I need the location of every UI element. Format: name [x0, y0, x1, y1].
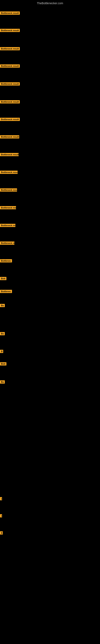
bottleneck-badge: Bottlenec	[0, 290, 12, 293]
bottleneck-badge: Bo	[0, 332, 5, 335]
bottleneck-badge: Bottleneck result	[0, 82, 20, 86]
bottleneck-badge: B	[0, 350, 3, 353]
bottleneck-badge: Bottleneck result	[0, 64, 20, 68]
bottleneck-badge: Bottleneck resu	[0, 188, 17, 192]
site-title: TheBottlenecker.com	[0, 0, 100, 6]
bottleneck-badge: Bo	[0, 304, 5, 307]
bottleneck-badge: Bottleneck result	[0, 12, 20, 15]
bottleneck-badge: Bott	[0, 277, 6, 280]
bottleneck-badge: Bottleneck res	[0, 224, 15, 227]
bottleneck-badge: Bottlenec	[0, 259, 12, 262]
bottleneck-badge: Bottleneck resu	[0, 171, 18, 174]
bottleneck-badge: Bottleneck result	[0, 153, 19, 156]
bottleneck-badge: Bottleneck result	[0, 29, 20, 32]
bottleneck-badge: Bottleneck result	[0, 47, 20, 50]
bottleneck-badge: Bottleneck res	[0, 206, 16, 209]
bottleneck-badge: E	[0, 531, 3, 534]
bottleneck-badge: Bott	[0, 362, 6, 366]
bottleneck-badge: |	[0, 497, 2, 500]
bottleneck-badge: Bottleneck result	[0, 118, 20, 121]
bottleneck-badge: Bo	[0, 380, 5, 384]
bottleneck-badge: Bottleneck result	[0, 135, 19, 138]
bottleneck-badge: Bottleneck re	[0, 242, 14, 245]
bottleneck-badge: |	[0, 514, 2, 518]
bottleneck-badge: Bottleneck result	[0, 100, 20, 104]
